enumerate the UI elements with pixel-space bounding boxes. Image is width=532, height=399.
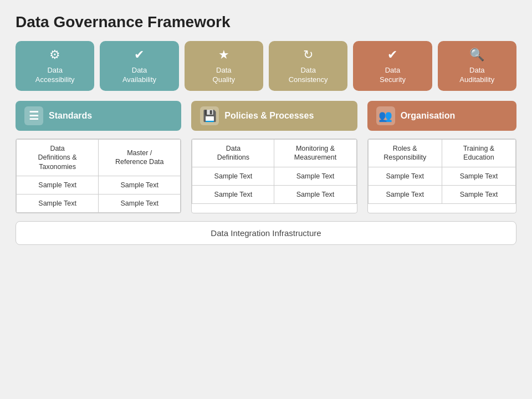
organisation-table: Roles &Responsibility Training &Educatio… (368, 139, 516, 204)
cell-data-defs: DataDefinitions (192, 140, 274, 167)
table-row: Sample Text Sample Text (192, 185, 356, 203)
table-row: Sample Text Sample Text (368, 185, 515, 203)
page-title: Data Governance Framework (16, 13, 516, 31)
cat-label: Organisation (401, 111, 456, 121)
grids-row: DataDefinitions &Taxonomies Master /Refe… (16, 139, 516, 213)
cell-data-definitions: DataDefinitions &Taxonomies (17, 140, 99, 176)
cat-label: Policies & Processes (224, 111, 314, 121)
cell-sample: Sample Text (442, 185, 515, 203)
cell-sample: Sample Text (442, 167, 515, 185)
card-label: DataSecurity (380, 66, 406, 85)
table-row: Sample Text Sample Text (368, 167, 515, 185)
policies-grid: DataDefinitions Monitoring &Measurement … (191, 139, 357, 213)
cell-sample: Sample Text (274, 167, 356, 185)
cell-sample: Sample Text (368, 167, 442, 185)
save-icon: 💾 (200, 106, 219, 125)
cell-training: Training &Education (442, 140, 515, 167)
card-data-accessibility: ⚙ DataAccessibility (16, 41, 94, 91)
card-data-auditability: 🔍 DataAuditability (438, 41, 516, 91)
card-label: DataAuditability (459, 66, 494, 85)
cell-master-reference: Master /Reference Data (99, 140, 181, 176)
star-icon: ★ (218, 47, 229, 63)
people-icon: 👥 (376, 106, 395, 125)
cell-sample: Sample Text (192, 167, 274, 185)
cell-roles: Roles &Responsibility (368, 140, 442, 167)
table-row: Roles &Responsibility Training &Educatio… (368, 140, 515, 167)
shield-icon: ✔ (387, 47, 397, 63)
cell-monitoring: Monitoring &Measurement (274, 140, 356, 167)
card-data-quality: ★ DataQuality (185, 41, 263, 91)
refresh-icon: ↻ (303, 47, 313, 63)
card-label: DataQuality (213, 66, 235, 85)
cat-policies: 💾 Policies & Processes (191, 101, 357, 131)
card-data-availability: ✔ DataAvailability (100, 41, 178, 91)
cell-sample: Sample Text (99, 195, 181, 213)
cell-sample: Sample Text (17, 176, 99, 194)
cat-label: Standards (49, 111, 92, 121)
gear-icon: ⚙ (49, 47, 60, 63)
cat-organisation: 👥 Organisation (367, 101, 516, 131)
standards-table: DataDefinitions &Taxonomies Master /Refe… (16, 139, 181, 213)
table-row: Sample Text Sample Text (17, 195, 181, 213)
table-row: DataDefinitions Monitoring &Measurement (192, 140, 356, 167)
cell-sample: Sample Text (368, 185, 442, 203)
organisation-grid: Roles &Responsibility Training &Educatio… (367, 139, 516, 213)
cat-standards: ☰ Standards (16, 101, 181, 131)
icon-cards-row: ⚙ DataAccessibility ✔ DataAvailability ★… (16, 41, 516, 91)
card-label: DataAccessibility (35, 66, 75, 85)
standards-grid: DataDefinitions &Taxonomies Master /Refe… (16, 139, 181, 213)
list-icon: ☰ (24, 106, 43, 125)
table-row: Sample Text Sample Text (192, 167, 356, 185)
cell-sample: Sample Text (99, 176, 181, 194)
cell-sample: Sample Text (192, 185, 274, 203)
card-data-consistency: ↻ DataConsistency (269, 41, 347, 91)
table-row: DataDefinitions &Taxonomies Master /Refe… (17, 140, 181, 176)
card-label: DataAvailability (122, 66, 156, 85)
infra-bar: Data Integration Infrastructure (16, 221, 516, 245)
cell-sample: Sample Text (274, 185, 356, 203)
page: Data Governance Framework ⚙ DataAccessib… (0, 0, 532, 399)
table-row: Sample Text Sample Text (17, 176, 181, 194)
category-row: ☰ Standards 💾 Policies & Processes 👥 Org… (16, 101, 516, 131)
card-data-security: ✔ DataSecurity (353, 41, 432, 91)
check-circle-icon: ✔ (134, 47, 144, 63)
policies-table: DataDefinitions Monitoring &Measurement … (192, 139, 356, 204)
search-icon: 🔍 (469, 47, 484, 63)
cell-sample: Sample Text (17, 195, 99, 213)
card-label: DataConsistency (289, 66, 328, 85)
